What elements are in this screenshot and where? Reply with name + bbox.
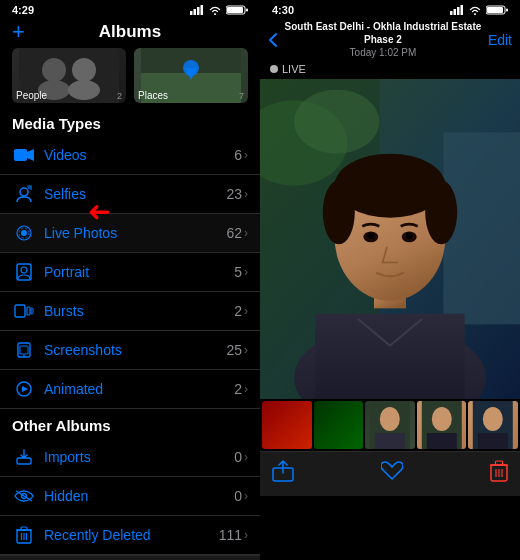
list-item-animated[interactable]: Animated 2 › [0, 370, 260, 409]
selfies-chevron: › [244, 187, 248, 201]
people-album-thumb[interactable]: People 2 [12, 48, 126, 103]
svg-rect-16 [14, 149, 27, 161]
svg-rect-2 [197, 7, 200, 15]
videos-chevron: › [244, 148, 248, 162]
svg-rect-6 [246, 9, 248, 12]
svg-rect-78 [427, 433, 457, 449]
svg-rect-29 [20, 346, 28, 354]
strip-thumb-3[interactable] [365, 401, 415, 449]
recently-deleted-count: 111 [219, 527, 242, 543]
places-count: 7 [239, 91, 244, 101]
svg-rect-5 [227, 7, 243, 13]
left-header: + Albums [0, 18, 260, 48]
svg-rect-55 [487, 7, 503, 13]
left-time: 4:29 [12, 4, 34, 16]
share-button[interactable] [272, 460, 294, 482]
svg-rect-53 [461, 5, 464, 15]
live-photos-label: Live Photos [44, 225, 226, 241]
back-chevron-icon [268, 32, 278, 48]
list-item-videos[interactable]: Videos 6 › [0, 136, 260, 175]
import-icon [12, 445, 36, 469]
svg-rect-25 [15, 305, 25, 317]
recently-deleted-label: Recently Deleted [44, 527, 219, 543]
list-item-recently-deleted[interactable]: Recently Deleted 111 › [0, 516, 260, 555]
left-panel: ➜ 4:29 + Albums [0, 0, 260, 560]
list-item-bursts[interactable]: Bursts 2 › [0, 292, 260, 331]
screenshots-count: 25 [226, 342, 242, 358]
screenshot-icon [12, 338, 36, 362]
selfies-right: 23 › [226, 186, 248, 202]
list-item-selfies[interactable]: Selfies 23 › [0, 175, 260, 214]
svg-rect-23 [17, 264, 31, 280]
places-label: Places [138, 90, 168, 101]
svg-point-8 [42, 58, 66, 82]
svg-rect-50 [450, 11, 453, 15]
svg-rect-75 [375, 433, 405, 449]
list-item-screenshots[interactable]: Screenshots 25 › [0, 331, 260, 370]
svg-point-24 [21, 267, 27, 273]
list-item-hidden[interactable]: Hidden 0 › [0, 477, 260, 516]
back-button[interactable] [268, 32, 278, 48]
delete-photo-button[interactable] [490, 460, 508, 482]
hidden-count: 0 [234, 488, 242, 504]
strip-thumb-5[interactable] [468, 401, 518, 449]
add-album-button[interactable]: + [12, 21, 25, 43]
livephoto-icon [12, 221, 36, 245]
people-label: People [16, 90, 47, 101]
recently-deleted-right: 111 › [219, 527, 248, 543]
strip-thumb-3-img [365, 401, 415, 449]
screenshots-chevron: › [244, 343, 248, 357]
svg-point-19 [28, 187, 30, 189]
selfie-icon [12, 182, 36, 206]
heart-button[interactable] [381, 461, 403, 481]
hidden-icon [12, 484, 36, 508]
left-status-right [190, 5, 248, 15]
imports-chevron: › [244, 450, 248, 464]
live-photos-right: 62 › [226, 225, 248, 241]
live-text: LIVE [282, 63, 306, 75]
strip-thumb-1[interactable] [262, 401, 312, 449]
videos-label: Videos [44, 147, 234, 163]
right-time: 4:30 [272, 4, 294, 16]
hidden-label: Hidden [44, 488, 234, 504]
strip-thumb-5-img [468, 401, 518, 449]
signal-icon [190, 5, 204, 15]
share-icon [272, 460, 294, 482]
portrait-right: 5 › [234, 264, 248, 280]
bursts-right: 2 › [234, 303, 248, 319]
screenshots-right: 25 › [226, 342, 248, 358]
list-item-live-photos[interactable]: Live Photos 62 › [0, 214, 260, 253]
right-signal-icon [450, 5, 464, 15]
list-item-imports[interactable]: Imports 0 › [0, 438, 260, 477]
page-title: Albums [99, 22, 161, 42]
places-album-thumb[interactable]: Places 7 [134, 48, 248, 103]
thumbnail-strip [260, 399, 520, 451]
album-thumbnails: People 2 Places 7 [0, 48, 260, 111]
battery-icon [226, 5, 248, 15]
svg-rect-27 [31, 308, 33, 314]
main-photo[interactable] [260, 79, 520, 399]
people-count: 2 [117, 91, 122, 101]
svg-point-20 [21, 230, 27, 236]
svg-point-74 [380, 407, 400, 431]
svg-point-61 [294, 90, 379, 154]
live-photos-chevron: › [244, 226, 248, 240]
animated-chevron: › [244, 382, 248, 396]
wifi-icon [208, 5, 222, 15]
left-tab-bar: Photos For You Albums Search [0, 555, 260, 560]
animated-label: Animated [44, 381, 234, 397]
svg-point-72 [406, 233, 412, 239]
strip-thumb-4-img [417, 401, 467, 449]
recently-deleted-chevron: › [244, 528, 248, 542]
edit-button[interactable]: Edit [488, 32, 512, 48]
svg-point-18 [20, 188, 28, 196]
nav-title-line2: Today 1:02 PM [282, 46, 484, 59]
right-status-bar: 4:30 [260, 0, 520, 18]
strip-thumb-2[interactable] [314, 401, 364, 449]
strip-thumb-4[interactable] [417, 401, 467, 449]
left-status-bar: 4:29 [0, 0, 260, 18]
list-item-portrait[interactable]: Portrait 5 › [0, 253, 260, 292]
svg-point-80 [483, 407, 503, 431]
portrait-label: Portrait [44, 264, 234, 280]
live-photos-count: 62 [226, 225, 242, 241]
